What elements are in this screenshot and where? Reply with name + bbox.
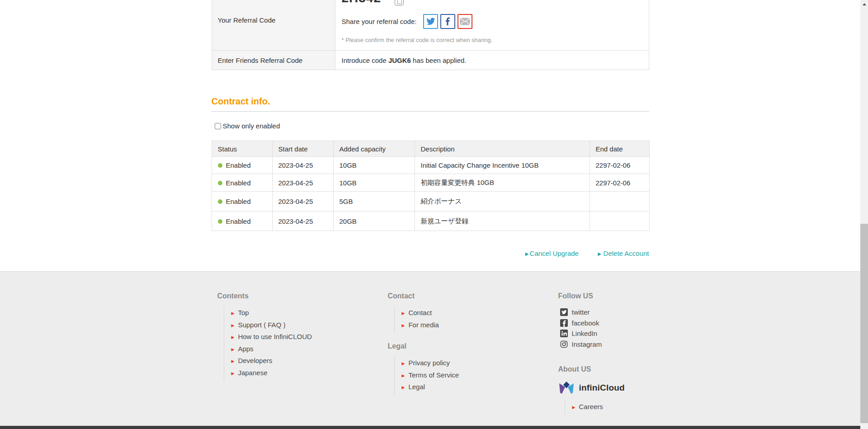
status-cell: Enabled [212,192,272,212]
footer-link-label[interactable]: Top [238,309,249,316]
arrow-icon: ▶ [231,359,235,363]
footer-follow-us-heading: Follow US [558,292,649,300]
table-row: Enabled 2023-04-25 10GB 初期容量変更特典 10GB 22… [212,174,649,192]
footer-link-label[interactable]: Terms of Service [408,371,459,379]
arrow-icon: ▶ [402,311,405,316]
linkedin-social-link[interactable]: LinkedIn [560,328,598,339]
table-row: Enabled 2023-04-25 5GB 紹介ボーナス [212,192,649,212]
footer-link-label[interactable]: Apps [238,345,253,353]
instagram-social-link[interactable]: Instagram [560,339,602,350]
arrow-icon: ▶ [231,323,235,328]
show-only-enabled-label: Show only enabled [223,122,280,130]
referral-code-row: Your Referral Code 2H342 Share your refe… [212,0,649,51]
footer-contents-column: Contents ▶Top ▶Support ( FAQ ) ▶How to u… [217,292,353,415]
facebook-icon [443,17,453,26]
footer-link-top[interactable]: ▶Top [224,307,353,320]
start-date-cell: 2023-04-25 [272,174,333,192]
footer-link-terms-of-service[interactable]: ▶Terms of Service [395,370,519,382]
description-cell: 紹介ボーナス [415,192,590,212]
footer-contact-list: ▶Contact ▶For media [394,306,519,333]
brand-row[interactable]: infiniCloud [558,381,649,395]
linkedin-square-icon [560,330,568,337]
account-actions: ▶Cancel Upgrade ▶ Delete Account [212,250,649,257]
footer-link-label[interactable]: How to use InfiniCLOUD [238,333,311,340]
footer-link-contact[interactable]: ▶Contact [395,307,519,320]
share-row: Share your referral code: [342,12,648,31]
footer-link-label[interactable]: For media [408,321,439,329]
friends-code-value: JUGK6 [388,57,411,64]
delete-account-label: Delete Account [604,250,649,257]
footer-link-label[interactable]: Contact [408,309,432,316]
header-status: Status [212,141,272,157]
table-row: Enabled 2023-04-25 20GB 新規ユーザ登録 [212,212,649,231]
footer-social-list: twitter facebook Linke [560,307,649,349]
contract-table: Status Start date Added capacity Descrip… [212,141,650,231]
footer-social-facebook[interactable]: facebook [560,318,649,329]
show-only-enabled-filter[interactable]: Show only enabled [212,122,649,130]
status-cell: Enabled [212,174,272,192]
vertical-scrollbar[interactable] [860,0,868,429]
footer-link-label[interactable]: Careers [579,403,603,410]
arrow-icon: ▶ [572,405,576,410]
footer-container: Contents ▶Top ▶Support ( FAQ ) ▶How to u… [212,272,649,415]
footer-link-apps[interactable]: ▶Apps [224,344,353,356]
social-label: twitter [572,307,590,318]
footer-link-how-to-use[interactable]: ▶How to use InfiniCLOUD [224,331,353,344]
scrollbar-up-arrow-icon[interactable] [863,3,866,5]
share-facebook-button[interactable] [440,14,455,29]
footer-link-japanese[interactable]: ▶Japanese [224,368,353,380]
title-divider [212,111,649,112]
footer-link-label[interactable]: Legal [408,383,425,391]
start-date-cell: 2023-04-25 [272,212,333,231]
share-label: Share your referral code: [342,18,417,25]
header-description: Description [415,141,590,157]
header-start-date: Start date [272,141,333,157]
facebook-square-icon [560,319,568,327]
footer-link-support-faq[interactable]: ▶Support ( FAQ ) [224,320,353,332]
capacity-cell: 10GB [333,157,415,174]
instagram-icon [560,340,568,348]
footer-contact-legal-column: Contact ▶Contact ▶For media Legal ▶Priva… [388,292,519,415]
social-label: LinkedIn [572,328,598,339]
delete-account-link[interactable]: ▶ Delete Account [598,250,649,257]
share-email-button[interactable] [458,14,472,29]
facebook-social-link[interactable]: facebook [560,318,599,329]
footer-link-for-media[interactable]: ▶For media [395,320,519,332]
contract-table-header-row: Status Start date Added capacity Descrip… [212,141,649,157]
footer-social-twitter[interactable]: twitter [560,307,649,318]
your-referral-code-cell: 2H342 Share your referral code: [335,0,649,51]
site-footer: Contents ▶Top ▶Support ( FAQ ) ▶How to u… [0,271,860,426]
description-cell: 初期容量変更特典 10GB [415,174,590,192]
capacity-cell: 20GB [333,212,415,231]
friends-code-prefix: Introduce code [342,57,388,64]
footer-link-legal[interactable]: ▶Legal [395,382,519,394]
show-only-enabled-checkbox[interactable] [215,123,221,129]
page: Your Referral Code 2H342 Share your refe… [0,0,868,429]
footer-social-linkedin[interactable]: LinkedIn [560,328,649,339]
footer-link-privacy-policy[interactable]: ▶Privacy policy [395,358,519,370]
footer-social-instagram[interactable]: Instagram [560,339,649,350]
arrow-icon: ▶ [402,323,405,328]
friends-referral-code-label: Enter Friends Referral Code [212,51,335,70]
capacity-cell: 5GB [333,192,415,212]
main-container: Your Referral Code 2H342 Share your refe… [212,0,649,257]
twitter-social-link[interactable]: twitter [560,307,590,318]
footer-link-label[interactable]: Japanese [238,369,267,377]
capacity-cell: 10GB [333,174,415,192]
footer-link-label[interactable]: Support ( FAQ ) [238,321,285,329]
footer-link-developers[interactable]: ▶Developers [224,355,353,368]
header-end-date: End date [590,141,649,157]
end-date-cell [590,212,649,231]
end-date-cell: 2297-02-06 [590,174,649,192]
scrollbar-thumb[interactable] [860,224,868,423]
arrow-icon: ▶ [402,385,405,390]
copy-referral-code-button[interactable] [395,0,404,5]
share-twitter-button[interactable] [423,14,438,29]
cancel-upgrade-link[interactable]: ▶Cancel Upgrade [525,250,579,257]
footer-link-label[interactable]: Privacy policy [408,359,450,367]
footer-link-label[interactable]: Developers [238,357,272,364]
footer-link-careers[interactable]: ▶Careers [565,401,649,414]
description-cell: Initial Capacity Change Incentive 10GB [415,157,590,174]
bottom-bar [0,426,860,429]
status-dot-icon [218,199,222,204]
